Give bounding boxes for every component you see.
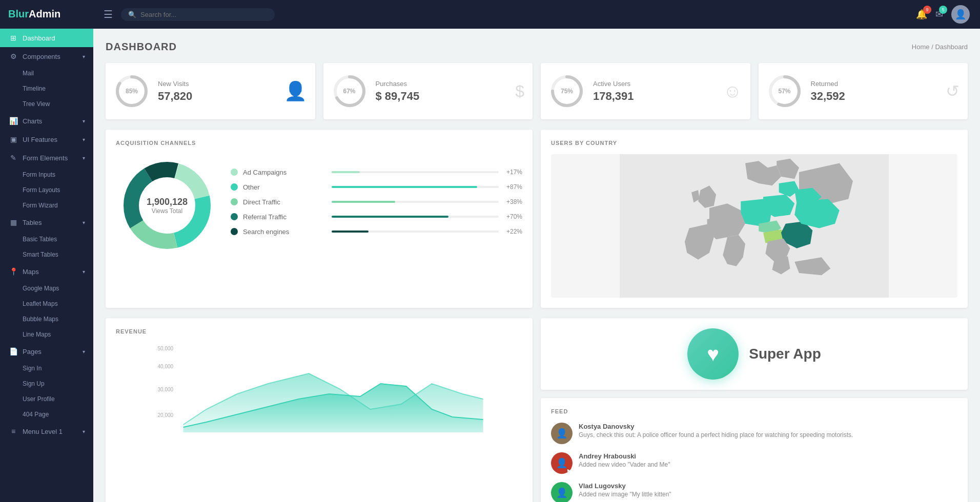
chevron-down-icon-charts: ▾ — [83, 118, 85, 124]
sidebar-item-maps[interactable]: 📍 Maps ▾ — [0, 262, 93, 281]
donut-chart: 1,900,128 Views Total — [116, 154, 218, 257]
main-wrapper: ☰ 🔍 🔔 9 ✉ 5 👤 DASHBOARD Home / Dashboar — [93, 0, 980, 502]
donut-center-value: 1,900,128 — [147, 197, 188, 207]
sidebar-item-dashboard[interactable]: ⊞ Dashboard — [0, 29, 93, 47]
sidebar-label-form-layouts: Form Layouts — [23, 186, 60, 194]
acq-bar-wrap-3 — [332, 216, 499, 218]
sidebar-label-timeline: Timeline — [23, 85, 46, 92]
tables-icon: ▦ — [8, 218, 18, 226]
app-icon: ♥ — [687, 328, 739, 380]
search-input[interactable] — [140, 11, 268, 18]
sidebar-label-components: Components — [23, 53, 60, 60]
breadcrumb-current: Dashboard — [935, 43, 968, 51]
user-avatar[interactable]: 👤 — [951, 5, 970, 24]
acq-bar-wrap-1 — [332, 186, 499, 188]
sidebar-label-mail: Mail — [23, 70, 34, 77]
acq-item-3: Referral Traffic +70% — [231, 213, 522, 221]
sidebar-item-timeline[interactable]: Timeline — [0, 81, 93, 96]
logo-admin: Admin — [29, 8, 60, 20]
sidebar-item-mail[interactable]: Mail — [0, 66, 93, 81]
stat-info-returned: Returned 32,592 — [811, 80, 938, 103]
stat-card-visits: 85% New Visits 57,820 👤 — [106, 63, 315, 119]
acq-pct-3: +70% — [504, 213, 522, 220]
super-app-name: Super App — [749, 346, 821, 362]
pages-icon: 📄 — [8, 347, 18, 355]
sidebar-item-ui[interactable]: ▣ UI Features ▾ — [0, 130, 93, 149]
feed-content-1: Andrey Hrabouski Added new video "Vader … — [579, 452, 670, 468]
sidebar-item-charts[interactable]: 📊 Charts ▾ — [0, 112, 93, 130]
svg-text:50,000: 50,000 — [158, 346, 174, 351]
stat-icon-purchases: $ — [515, 82, 524, 101]
stat-label-users: Active Users — [593, 80, 715, 88]
sidebar-item-treeview[interactable]: Tree View — [0, 96, 93, 112]
acq-pct-0: +17% — [504, 169, 522, 176]
messages-button[interactable]: ✉ 5 — [935, 9, 943, 20]
chevron-down-icon-pages: ▾ — [83, 349, 85, 354]
acquisition-list: Ad Campaigns +17% Other +87% Dir — [231, 169, 522, 243]
dashboard-icon: ⊞ — [8, 34, 18, 42]
feed-avatar-2: 👤 — [551, 482, 573, 502]
svg-text:20,000: 20,000 — [158, 412, 174, 418]
page-header: DASHBOARD Home / Dashboard — [106, 41, 968, 53]
sidebar-item-user-profile[interactable]: User Profile — [0, 391, 93, 407]
sidebar-item-form-wizard[interactable]: Form Wizard — [0, 198, 93, 213]
feed-content-0: Kostya Danovsky Guys, check this out: A … — [579, 423, 853, 438]
feed-text-1: Added new video "Vader and Me" — [579, 461, 670, 468]
stat-circle-purchases: 67% — [332, 73, 368, 109]
play-icon: ▶ — [565, 467, 573, 474]
feed-name-2: Vlad Lugovsky — [579, 482, 671, 490]
stat-info-users: Active Users 178,391 — [593, 80, 715, 103]
sidebar-item-basic-tables[interactable]: Basic Tables — [0, 232, 93, 247]
logo-blur: Blur — [8, 8, 29, 20]
svg-text:40,000: 40,000 — [158, 364, 174, 369]
sidebar-item-line-maps[interactable]: Line Maps — [0, 327, 93, 342]
feed-avatar-1: 👤 ▶ — [551, 452, 573, 474]
sidebar-item-google-maps[interactable]: Google Maps — [0, 281, 93, 296]
acq-label-1: Other — [243, 183, 326, 191]
chevron-down-icon-tables: ▾ — [83, 220, 85, 225]
sidebar-label-line-maps: Line Maps — [23, 331, 51, 338]
sidebar-item-tables[interactable]: ▦ Tables ▾ — [0, 213, 93, 232]
sidebar-item-bubble-maps[interactable]: Bubble Maps — [0, 311, 93, 327]
sidebar-label-pages: Pages — [23, 348, 42, 355]
acq-bar-wrap-2 — [332, 201, 499, 203]
sidebar-item-signin[interactable]: Sign In — [0, 361, 93, 376]
feed-item-1: 👤 ▶ Andrey Hrabouski Added new video "Va… — [551, 452, 957, 474]
acquisition-content: 1,900,128 Views Total Ad Campaigns +17% — [116, 154, 522, 257]
acq-label-2: Direct Traffic — [243, 198, 326, 206]
sidebar-item-form-layouts[interactable]: Form Layouts — [0, 182, 93, 198]
search-icon: 🔍 — [128, 11, 136, 18]
sidebar-item-menu-level[interactable]: ≡ Menu Level 1 ▾ — [0, 422, 93, 441]
menu-toggle-button[interactable]: ☰ — [104, 8, 113, 20]
notifications-button[interactable]: 🔔 9 — [916, 9, 927, 20]
feed-title: FEED — [551, 408, 957, 414]
sidebar-item-smart-tables[interactable]: Smart Tables — [0, 247, 93, 262]
sidebar-item-signup[interactable]: Sign Up — [0, 376, 93, 391]
chevron-down-icon-menu: ▾ — [83, 429, 85, 434]
breadcrumb-home[interactable]: Home — [912, 43, 930, 51]
acq-dot-2 — [231, 198, 238, 205]
sidebar-item-leaflet-maps[interactable]: Leaflet Maps — [0, 296, 93, 311]
form-elements-icon: ✎ — [8, 154, 18, 162]
sidebar-item-form-elements[interactable]: ✎ Form Elements ▾ — [0, 149, 93, 167]
sidebar-item-pages[interactable]: 📄 Pages ▾ — [0, 342, 93, 361]
acq-dot-1 — [231, 183, 238, 191]
revenue-card: REVENUE 50,000 40,000 30,000 20,000 — [106, 318, 533, 502]
search-bar: 🔍 — [121, 8, 275, 21]
stat-circle-returned: 57% — [767, 73, 803, 109]
stat-circle-users: 75% — [549, 73, 585, 109]
sidebar-item-form-inputs[interactable]: Form Inputs — [0, 167, 93, 182]
sidebar-label-signin: Sign In — [23, 365, 42, 372]
acq-bar-3 — [332, 216, 448, 218]
donut-center: 1,900,128 Views Total — [147, 197, 188, 215]
feed-name-0: Kostya Danovsky — [579, 423, 853, 430]
acq-label-3: Referral Traffic — [243, 213, 326, 221]
menu-level-icon: ≡ — [8, 427, 18, 435]
stat-value-visits: 57,820 — [158, 90, 276, 103]
feed-item-2: 👤 Vlad Lugovsky Added new image "My litt… — [551, 482, 957, 502]
feed-name-1: Andrey Hrabouski — [579, 452, 670, 460]
sidebar-item-404[interactable]: 404 Page — [0, 407, 93, 422]
sidebar-item-components[interactable]: ⚙ Components ▾ — [0, 47, 93, 66]
revenue-svg: 50,000 40,000 30,000 20,000 — [116, 343, 522, 435]
map-title: USERS BY COUNTRY — [551, 140, 957, 146]
